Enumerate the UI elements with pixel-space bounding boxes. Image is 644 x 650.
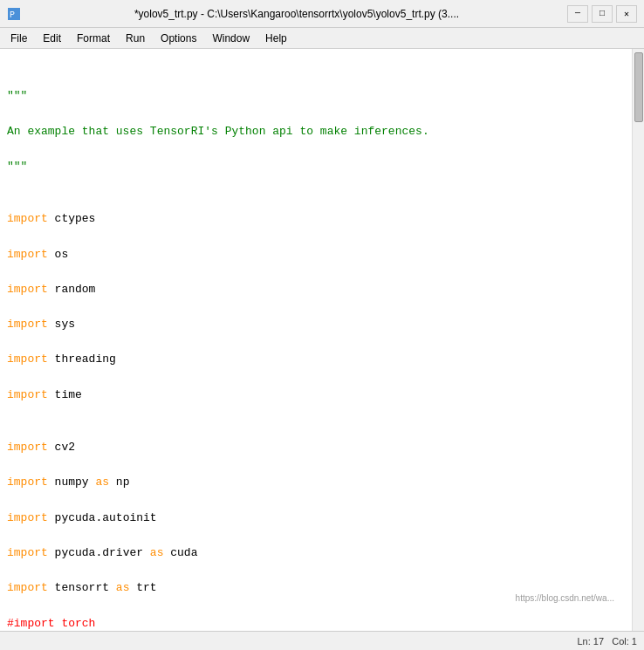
- code-line-17: #import torch: [7, 615, 625, 632]
- window-controls: ─ □ ✕: [567, 5, 637, 23]
- code-line-9: import threading: [7, 351, 625, 368]
- close-button[interactable]: ✕: [616, 5, 637, 23]
- code-line-15: import pycuda.driver as cuda: [7, 544, 625, 562]
- code-line-13: import numpy as np: [7, 474, 625, 491]
- code-line-6: import os: [7, 246, 625, 263]
- menu-format[interactable]: Format: [70, 31, 117, 46]
- status-bar: Ln: 17 Col: 1: [0, 631, 644, 650]
- menu-run[interactable]: Run: [119, 31, 152, 46]
- title-bar: P *yolov5_trt.py - C:\Users\Kangaroo\ten…: [0, 0, 644, 28]
- menu-window[interactable]: Window: [205, 31, 257, 46]
- code-line-14: import pycuda.autoinit: [7, 510, 625, 527]
- code-line-1: """: [7, 87, 625, 105]
- code-line-2: An example that uses TensorRI's Python a…: [7, 123, 625, 140]
- col-number: Col: 1: [612, 636, 637, 647]
- scrollbar[interactable]: [632, 49, 644, 631]
- code-line-8: import sys: [7, 316, 625, 333]
- code-editor[interactable]: """ An example that uses TensorRI's Pyth…: [0, 49, 632, 631]
- watermark: https://blog.csdn.net/wa...: [516, 592, 614, 606]
- window-title: *yolov5_trt.py - C:\Users\Kangaroo\tenso…: [26, 8, 567, 20]
- maximize-button[interactable]: □: [592, 5, 613, 23]
- code-line-3: """: [7, 158, 625, 175]
- code-line-12: import cv2: [7, 439, 625, 456]
- line-number: Ln: 17: [577, 636, 604, 647]
- code-line-10: import time: [7, 387, 625, 404]
- minimize-button[interactable]: ─: [567, 5, 588, 23]
- menu-bar: File Edit Format Run Options Window Help: [0, 28, 644, 49]
- scrollbar-thumb[interactable]: [634, 52, 643, 122]
- app-icon: P: [7, 7, 21, 21]
- code-line-7: import random: [7, 281, 625, 298]
- menu-edit[interactable]: Edit: [36, 31, 68, 46]
- menu-options[interactable]: Options: [154, 31, 203, 46]
- menu-file[interactable]: File: [3, 31, 34, 46]
- status-position: Ln: 17 Col: 1: [577, 636, 637, 647]
- editor-container: """ An example that uses TensorRI's Pyth…: [0, 49, 644, 631]
- code-line-5: import ctypes: [7, 210, 625, 228]
- svg-text:P: P: [10, 10, 15, 20]
- menu-help[interactable]: Help: [258, 31, 294, 46]
